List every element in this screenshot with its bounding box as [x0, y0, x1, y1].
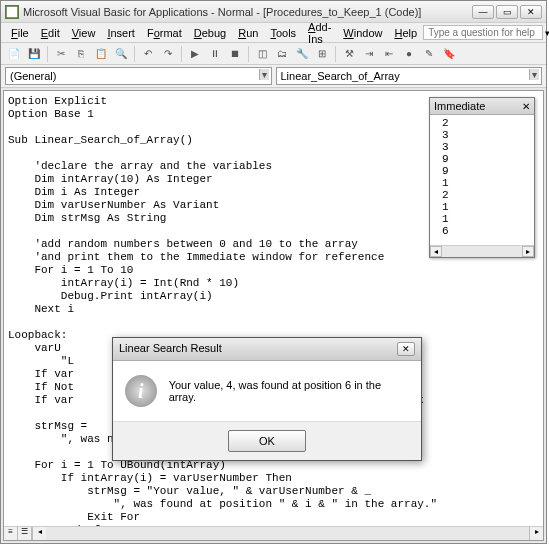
immediate-value: 3 — [434, 141, 530, 153]
menu-view[interactable]: View — [66, 25, 102, 41]
immediate-title: Immediate — [434, 100, 485, 112]
code-editor[interactable]: Option Explicit Option Base 1 Sub Linear… — [3, 90, 544, 541]
procedure-combo[interactable]: Linear_Search_of_Array — [276, 67, 543, 85]
bookmark-button[interactable]: 🔖 — [440, 45, 458, 63]
menu-file[interactable]: File — [5, 25, 35, 41]
find-button[interactable]: 🔍 — [112, 45, 130, 63]
menu-run[interactable]: Run — [232, 25, 264, 41]
msgbox-titlebar: Linear Search Result ✕ — [113, 338, 421, 361]
msgbox-close-button[interactable]: ✕ — [397, 342, 415, 356]
svg-rect-1 — [7, 6, 18, 17]
indent-button[interactable]: ⇥ — [360, 45, 378, 63]
immediate-value: 6 — [434, 225, 530, 237]
immediate-value: 9 — [434, 153, 530, 165]
break-button[interactable]: ⏸ — [206, 45, 224, 63]
immediate-titlebar: Immediate ✕ — [430, 98, 534, 115]
msgbox-footer: OK — [113, 421, 421, 460]
msgbox-title: Linear Search Result — [119, 342, 222, 356]
save-button[interactable]: 💾 — [25, 45, 43, 63]
toolbar-main: 📄 💾 ✂ ⎘ 📋 🔍 ↶ ↷ ▶ ⏸ ⏹ ◫ 🗂 🔧 ⊞ ⚒ ⇥ ⇤ ● ✎ … — [1, 43, 546, 65]
window-title: Microsoft Visual Basic for Applications … — [23, 6, 472, 18]
immediate-window[interactable]: Immediate ✕ 2 3 3 9 9 1 2 1 1 6 ◂ ▸ — [429, 97, 535, 258]
breakpoint-button[interactable]: ● — [400, 45, 418, 63]
help-dropdown-icon[interactable]: ▾ — [543, 28, 549, 38]
help-search-input[interactable] — [423, 25, 543, 40]
immediate-value: 2 — [434, 189, 530, 201]
editor-hscrollbar[interactable]: ≡ ☰ ◂ ▸ — [4, 526, 543, 540]
paste-button[interactable]: 📋 — [92, 45, 110, 63]
immediate-hscrollbar[interactable]: ◂ ▸ — [430, 245, 534, 257]
dropdown-row: (General) Linear_Search_of_Array — [1, 65, 546, 88]
project-explorer-button[interactable]: 🗂 — [273, 45, 291, 63]
properties-button[interactable]: 🔧 — [293, 45, 311, 63]
maximize-button[interactable]: ▭ — [496, 5, 518, 19]
object-browser-button[interactable]: ⊞ — [313, 45, 331, 63]
scroll-right-icon[interactable]: ▸ — [522, 246, 534, 257]
comment-button[interactable]: ✎ — [420, 45, 438, 63]
menu-tools[interactable]: Tools — [264, 25, 302, 41]
cut-button[interactable]: ✂ — [52, 45, 70, 63]
reset-button[interactable]: ⏹ — [226, 45, 244, 63]
toolbox-button[interactable]: ⚒ — [340, 45, 358, 63]
menu-edit[interactable]: Edit — [35, 25, 66, 41]
menu-insert[interactable]: Insert — [101, 25, 141, 41]
object-combo[interactable]: (General) — [5, 67, 272, 85]
immediate-body[interactable]: 2 3 3 9 9 1 2 1 1 6 — [430, 115, 534, 245]
app-window: Microsoft Visual Basic for Applications … — [0, 0, 547, 544]
immediate-value: 2 — [434, 117, 530, 129]
immediate-value: 1 — [434, 201, 530, 213]
view-code-button[interactable]: 📄 — [5, 45, 23, 63]
titlebar: Microsoft Visual Basic for Applications … — [1, 1, 546, 23]
procedure-combo-value: Linear_Search_of_Array — [281, 70, 400, 82]
view-tab2-icon[interactable]: ☰ — [18, 527, 32, 540]
message-box: Linear Search Result ✕ i Your value, 4, … — [112, 337, 422, 461]
redo-button[interactable]: ↷ — [159, 45, 177, 63]
object-combo-value: (General) — [10, 70, 56, 82]
info-icon: i — [125, 375, 157, 407]
window-buttons: — ▭ ✕ — [472, 5, 542, 19]
immediate-close-icon[interactable]: ✕ — [522, 101, 530, 112]
menu-window[interactable]: Window — [337, 25, 388, 41]
minimize-button[interactable]: — — [472, 5, 494, 19]
undo-button[interactable]: ↶ — [139, 45, 157, 63]
vba-icon — [5, 5, 19, 19]
menu-debug[interactable]: Debug — [188, 25, 232, 41]
immediate-value: 1 — [434, 213, 530, 225]
close-button[interactable]: ✕ — [520, 5, 542, 19]
outdent-button[interactable]: ⇤ — [380, 45, 398, 63]
run-button[interactable]: ▶ — [186, 45, 204, 63]
msgbox-text: Your value, 4, was found at position 6 i… — [169, 379, 409, 403]
immediate-value: 9 — [434, 165, 530, 177]
menu-format[interactable]: Format — [141, 25, 188, 41]
view-tab-icon[interactable]: ≡ — [4, 527, 18, 540]
scroll-left-icon[interactable]: ◂ — [32, 527, 46, 540]
menubar: File Edit View Insert Format Debug Run T… — [1, 23, 546, 43]
scroll-right-icon[interactable]: ▸ — [529, 527, 543, 540]
scroll-left-icon[interactable]: ◂ — [430, 246, 442, 257]
immediate-value: 1 — [434, 177, 530, 189]
menu-help[interactable]: Help — [388, 25, 423, 41]
ok-button[interactable]: OK — [228, 430, 306, 452]
immediate-value: 3 — [434, 129, 530, 141]
msgbox-body: i Your value, 4, was found at position 6… — [113, 361, 421, 421]
copy-button[interactable]: ⎘ — [72, 45, 90, 63]
design-mode-button[interactable]: ◫ — [253, 45, 271, 63]
